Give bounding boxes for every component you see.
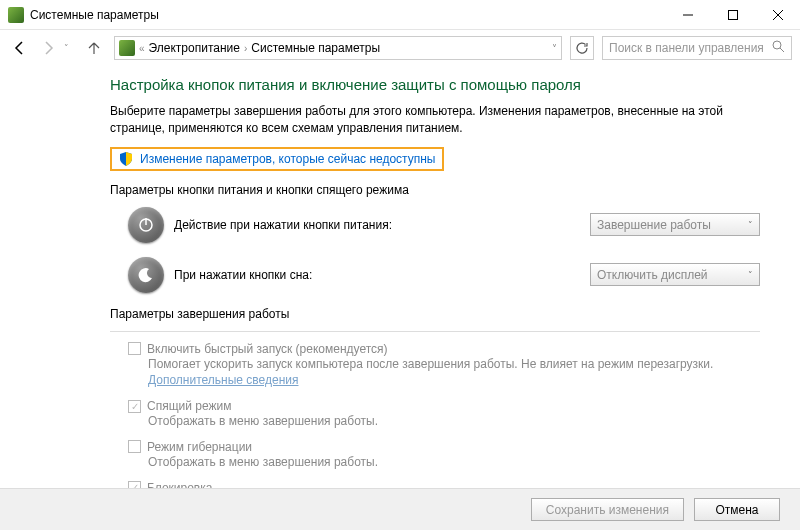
app-icon <box>8 7 24 23</box>
dropdown-value: Завершение работы <box>597 218 711 232</box>
hibernate-option: Режим гибернации Отображать в меню завер… <box>128 440 760 471</box>
sleep-button-dropdown[interactable]: Отключить дисплей ˅ <box>590 263 760 286</box>
dropdown-value: Отключить дисплей <box>597 268 708 282</box>
close-button[interactable] <box>755 0 800 30</box>
sleep-button-row: При нажатии кнопки сна: Отключить диспле… <box>128 257 760 293</box>
titlebar: Системные параметры <box>0 0 800 30</box>
option-description: Отображать в меню завершения работы. <box>148 413 760 430</box>
sleep-option: ✓ Спящий режим Отображать в меню заверше… <box>128 399 760 430</box>
address-icon <box>119 40 135 56</box>
address-bar[interactable]: « Электропитание › Системные параметры ˅ <box>114 36 562 60</box>
section-label: Параметры кнопки питания и кнопки спящег… <box>110 183 760 197</box>
option-description: Отображать в меню завершения работы. <box>148 454 760 471</box>
option-label: Режим гибернации <box>147 440 252 454</box>
nav-back-button[interactable] <box>8 36 32 60</box>
section-label: Параметры завершения работы <box>110 307 760 321</box>
window-title: Системные параметры <box>30 8 665 22</box>
navbar: ˅ « Электропитание › Системные параметры… <box>0 30 800 66</box>
shield-icon <box>118 151 134 167</box>
separator <box>110 331 760 332</box>
search-placeholder: Поиск в панели управления <box>609 41 764 55</box>
breadcrumb-item[interactable]: Электропитание <box>149 41 240 55</box>
more-info-link[interactable]: Дополнительные сведения <box>148 373 298 387</box>
unlock-link-text: Изменение параметров, которые сейчас нед… <box>140 152 436 166</box>
window-controls <box>665 0 800 29</box>
option-label: Спящий режим <box>147 399 231 413</box>
fast-startup-checkbox[interactable] <box>128 342 141 355</box>
nav-forward-button[interactable] <box>36 36 60 60</box>
sleep-checkbox[interactable]: ✓ <box>128 400 141 413</box>
address-dropdown-icon[interactable]: ˅ <box>552 43 557 54</box>
page-description: Выберите параметры завершения работы для… <box>110 103 760 137</box>
fast-startup-option: Включить быстрый запуск (рекомендуется) … <box>128 342 760 390</box>
save-button[interactable]: Сохранить изменения <box>531 498 684 521</box>
power-button-label: Действие при нажатии кнопки питания: <box>174 218 580 232</box>
search-icon <box>772 40 785 56</box>
power-button-row: Действие при нажатии кнопки питания: Зав… <box>128 207 760 243</box>
nav-up-button[interactable] <box>82 36 106 60</box>
sleep-button-label: При нажатии кнопки сна: <box>174 268 580 282</box>
minimize-button[interactable] <box>665 0 710 30</box>
power-button-dropdown[interactable]: Завершение работы ˅ <box>590 213 760 236</box>
svg-point-4 <box>773 41 781 49</box>
refresh-button[interactable] <box>570 36 594 60</box>
nav-history-dropdown[interactable]: ˅ <box>64 43 78 53</box>
chevron-right-icon: › <box>244 43 247 54</box>
chevron-down-icon: ˅ <box>748 270 753 280</box>
power-icon <box>128 207 164 243</box>
svg-line-5 <box>780 48 784 52</box>
footer: Сохранить изменения Отмена <box>0 488 800 530</box>
content-area: Настройка кнопок питания и включение защ… <box>0 66 800 530</box>
maximize-button[interactable] <box>710 0 755 30</box>
sleep-icon <box>128 257 164 293</box>
svg-rect-1 <box>728 11 737 20</box>
chevron-right-icon: « <box>139 43 145 54</box>
option-description: Помогает ускорить запуск компьютера посл… <box>148 357 713 371</box>
hibernate-checkbox[interactable] <box>128 440 141 453</box>
option-label: Включить быстрый запуск (рекомендуется) <box>147 342 388 356</box>
cancel-button[interactable]: Отмена <box>694 498 780 521</box>
search-input[interactable]: Поиск в панели управления <box>602 36 792 60</box>
page-heading: Настройка кнопок питания и включение защ… <box>110 76 760 93</box>
unlock-settings-link[interactable]: Изменение параметров, которые сейчас нед… <box>110 147 444 171</box>
chevron-down-icon: ˅ <box>748 220 753 230</box>
breadcrumb-item[interactable]: Системные параметры <box>251 41 380 55</box>
